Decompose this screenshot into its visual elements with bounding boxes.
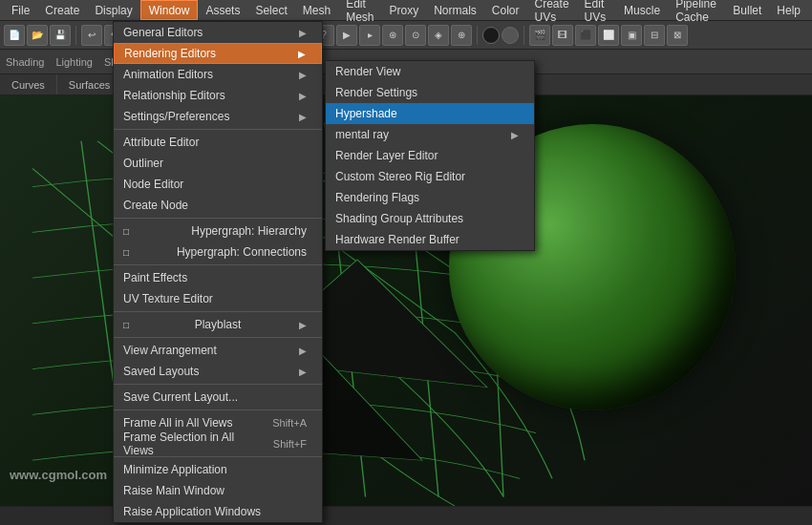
dd-mental-ray-label: mental ray	[335, 128, 389, 141]
dd-hw-render-label: Hardware Render Buffer	[335, 233, 459, 246]
tb-circle2[interactable]	[502, 27, 519, 44]
tb2-shading[interactable]: Shading	[6, 56, 44, 68]
tb-anim5[interactable]: ⊠	[667, 25, 688, 46]
dd-custom-stereo-label: Custom Stereo Rig Editor	[335, 170, 465, 183]
dd-hypershade[interactable]: Hypershade	[326, 103, 534, 124]
dd-create-node-label: Create Node	[123, 199, 188, 212]
dd-create-node[interactable]: Create Node	[114, 195, 322, 216]
dd-playblast[interactable]: □ Playblast ▶	[114, 314, 322, 335]
sep-dd-2	[114, 218, 322, 219]
dd-relationship-editors[interactable]: Relationship Editors ▶	[114, 85, 322, 106]
tb2-lighting[interactable]: Lighting	[55, 56, 93, 68]
dd-rendering-flags-label: Rendering Flags	[335, 191, 419, 204]
dd-render-settings-label: Render Settings	[335, 86, 417, 99]
dd-custom-stereo[interactable]: Custom Stereo Rig Editor	[326, 166, 534, 187]
dd-frame-selection[interactable]: Frame Selection in All Views Shift+F	[114, 433, 322, 454]
sep-dd-4	[114, 311, 322, 312]
tb-new[interactable]: 📄	[4, 25, 25, 46]
dd-mental-ray-arrow: ▶	[511, 130, 519, 140]
dd-frame-all-label: Frame All in All Views	[123, 416, 233, 430]
sep-dd-6	[114, 384, 322, 385]
menu-assets[interactable]: Assets	[198, 0, 247, 20]
tb-snap3[interactable]: ◈	[428, 25, 449, 46]
watermark: www.cgmol.com	[10, 468, 107, 482]
dd-rendering-flags[interactable]: Rendering Flags	[326, 187, 534, 208]
dd-uv-texture-label: UV Texture Editor	[123, 292, 213, 305]
menu-muscle[interactable]: Muscle	[616, 0, 668, 20]
menu-select[interactable]: Select	[247, 0, 294, 20]
tb-film[interactable]: 🎬	[529, 25, 550, 46]
dd-paint-effects[interactable]: Paint Effects	[114, 267, 322, 288]
dd-outliner[interactable]: Outliner	[114, 153, 322, 174]
tb-ipr[interactable]: ▸	[359, 25, 380, 46]
menu-mesh[interactable]: Mesh	[295, 0, 338, 20]
dd-rendering-editors[interactable]: Rendering Editors ▶	[114, 43, 322, 64]
dd-uv-texture-editor[interactable]: UV Texture Editor	[114, 288, 322, 309]
dd-animation-editors[interactable]: Animation Editors ▶	[114, 64, 322, 85]
dd-frame-all-shortcut: Shift+A	[272, 417, 307, 429]
dd-animation-editors-arrow: ▶	[299, 70, 307, 80]
tb-save[interactable]: 💾	[50, 25, 71, 46]
dd-saved-layouts[interactable]: Saved Layouts ▶	[114, 361, 322, 382]
dd-saved-layouts-label: Saved Layouts	[123, 365, 199, 378]
menu-help[interactable]: Help	[769, 0, 808, 20]
menu-create[interactable]: Create	[37, 0, 87, 20]
dd-shading-group[interactable]: Shading Group Attributes	[326, 208, 534, 229]
dd-settings-prefs[interactable]: Settings/Preferences ▶	[114, 106, 322, 127]
tb-snap4[interactable]: ⊕	[451, 25, 472, 46]
dd-raise-main-label: Raise Main Window	[123, 484, 224, 497]
dd-rendering-editors-label: Rendering Editors	[124, 47, 216, 60]
tb-undo[interactable]: ↩	[81, 25, 102, 46]
menu-display[interactable]: Display	[87, 0, 139, 20]
tb-film2[interactable]: 🎞	[552, 25, 573, 46]
menu-edit-uvs[interactable]: Edit UVs	[577, 0, 617, 20]
dd-outliner-label: Outliner	[123, 157, 163, 170]
dd-node-editor-label: Node Editor	[123, 178, 183, 191]
dd-render-layer[interactable]: Render Layer Editor	[326, 145, 534, 166]
menu-normals[interactable]: Normals	[426, 0, 484, 20]
dd-general-editors-label: General Editors	[123, 26, 203, 39]
dd-raise-app-windows[interactable]: Raise Application Windows	[114, 501, 322, 522]
sep-dd-3	[114, 264, 322, 265]
dd-minimize-app[interactable]: Minimize Application	[114, 459, 322, 480]
tb-anim1[interactable]: ⬛	[575, 25, 596, 46]
tb-anim3[interactable]: ▣	[621, 25, 642, 46]
menu-pipeline[interactable]: Pipeline Cache	[668, 0, 725, 20]
tb-anim4[interactable]: ⊟	[644, 25, 665, 46]
tb-circle1[interactable]	[482, 27, 500, 44]
dd-attribute-editor[interactable]: Attribute Editor	[114, 132, 322, 153]
dd-frame-selection-label: Frame Selection in All Views	[123, 430, 264, 457]
dd-save-current-layout[interactable]: Save Current Layout...	[114, 387, 322, 408]
tb-open[interactable]: 📂	[27, 25, 48, 46]
menu-proxy[interactable]: Proxy	[381, 0, 426, 20]
menu-color[interactable]: Color	[484, 0, 527, 20]
dd-view-arrangement-arrow: ▶	[299, 346, 307, 356]
dd-render-layer-label: Render Layer Editor	[335, 149, 438, 162]
sep6	[524, 26, 524, 45]
menu-edit-mesh[interactable]: Edit Mesh	[338, 0, 381, 20]
tab-curves[interactable]: Curves	[0, 74, 57, 94]
dd-relationship-editors-label: Relationship Editors	[123, 89, 225, 102]
tb-anim2[interactable]: ⬜	[598, 25, 619, 46]
tb-snap2[interactable]: ⊙	[405, 25, 426, 46]
dd-view-arrangement[interactable]: View Arrangement ▶	[114, 340, 322, 361]
dd-hypergraph-hierarchy[interactable]: □ Hypergraph: Hierarchy	[114, 220, 322, 242]
dd-hypergraph-connections-label: Hypergraph: Connections	[177, 245, 307, 259]
dd-render-settings[interactable]: Render Settings	[326, 82, 534, 103]
dd-raise-main[interactable]: Raise Main Window	[114, 480, 322, 501]
dd-general-editors[interactable]: General Editors ▶	[114, 22, 322, 43]
tb-render[interactable]: ▶	[336, 25, 357, 46]
dd-mental-ray[interactable]: mental ray ▶	[326, 124, 534, 145]
dd-render-view[interactable]: Render View	[326, 61, 534, 82]
menu-file[interactable]: File	[4, 0, 37, 20]
sep1	[75, 26, 76, 45]
dd-hw-render[interactable]: Hardware Render Buffer	[326, 229, 534, 250]
menu-window[interactable]: Window	[140, 0, 199, 20]
dd-hypergraph-hierarchy-label: Hypergraph: Hierarchy	[191, 224, 307, 238]
tb-snap1[interactable]: ⊛	[382, 25, 403, 46]
dd-hypergraph-connections[interactable]: □ Hypergraph: Connections	[114, 242, 322, 262]
dd-node-editor[interactable]: Node Editor	[114, 174, 322, 195]
menu-bullet[interactable]: Bullet	[725, 0, 769, 20]
dd-hypergraph-connections-check: □	[123, 247, 137, 258]
menu-create-uvs[interactable]: Create UVs	[527, 0, 577, 20]
